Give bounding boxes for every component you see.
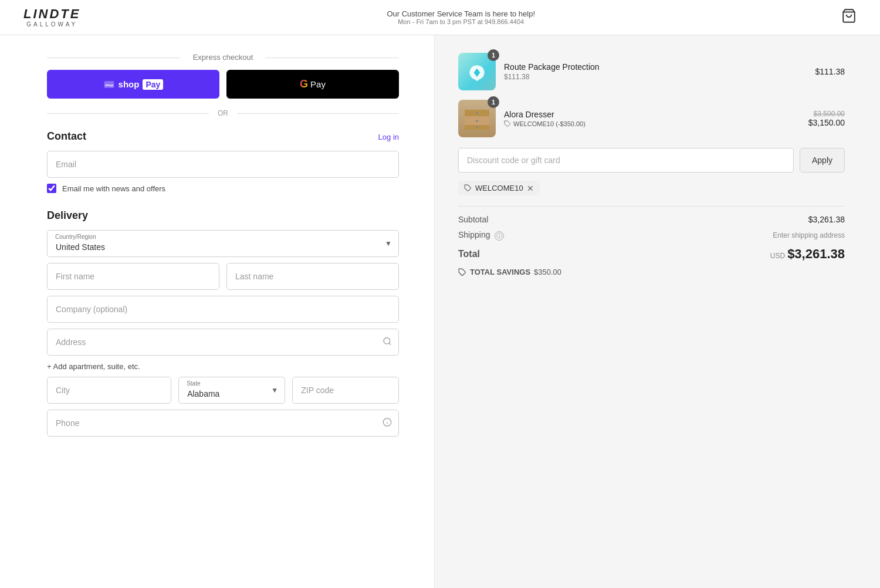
total-label: Total (458, 249, 480, 259)
contact-section-header: Contact Log in (47, 130, 399, 143)
add-apt-link[interactable]: + Add apartment, suite, etc. (47, 362, 140, 371)
country-select[interactable]: United States (47, 230, 399, 257)
email-field[interactable] (47, 151, 399, 178)
shipping-row: Shipping ⓘ Enter shipping address (458, 230, 845, 241)
logo: LINDTE GALLOWAY (23, 8, 80, 28)
discount-tag-icon (504, 120, 511, 127)
log-in-link[interactable]: Log in (378, 133, 399, 141)
name-row (47, 263, 399, 290)
route-item-name: Route Package Protection (504, 62, 807, 72)
svg-point-13 (476, 120, 478, 122)
svg-point-3 (384, 338, 390, 344)
savings-label: TOTAL SAVINGS (470, 268, 530, 276)
first-name-field[interactable] (47, 263, 219, 290)
grand-total-row: Total USD$3,261.38 (458, 246, 845, 262)
delivery-title: Delivery (47, 209, 88, 222)
phone-field[interactable] (47, 410, 399, 437)
phone-help-icon[interactable] (383, 418, 392, 429)
subtotal-value: $3,261.38 (808, 215, 845, 224)
newsletter-label: Email me with news and offers (62, 184, 165, 193)
dresser-item-info: Alora Dresser WELCOME10 (-$350.00) (504, 110, 800, 127)
dresser-item-prices: $3,500.00 $3,150.00 (808, 110, 845, 127)
route-item-image-wrapper: 1 (458, 53, 496, 90)
logo-bottom: GALLOWAY (26, 22, 77, 28)
left-panel: Express checkout shop shop Pay G Pay OR … (0, 35, 434, 588)
state-wrapper: Alabama State ▼ (178, 377, 285, 404)
google-g-icon: G (300, 78, 308, 90)
shop-pay-pay-label: Pay (143, 79, 163, 90)
dresser-discount-code: WELCOME10 (-$350.00) (513, 120, 585, 127)
route-price-final: $111.38 (815, 67, 845, 76)
address-wrapper (47, 329, 399, 356)
service-title: Our Customer Service Team is here to hel… (387, 9, 535, 18)
svg-line-4 (389, 343, 391, 345)
express-buttons: shop shop Pay G Pay (47, 70, 399, 99)
dresser-discount-row: WELCOME10 (-$350.00) (504, 120, 800, 127)
svg-point-14 (476, 126, 478, 129)
right-panel: 1 Route Package Protection $111.38 $111.… (434, 35, 880, 588)
apply-button[interactable]: Apply (800, 148, 845, 173)
shop-pay-button[interactable]: shop shop Pay (47, 70, 219, 99)
address-field[interactable] (47, 329, 399, 356)
main-layout: Express checkout shop shop Pay G Pay OR … (0, 35, 880, 588)
subtotal-label: Subtotal (458, 215, 488, 224)
dresser-item-name: Alora Dresser (504, 110, 800, 119)
header: LINDTE GALLOWAY Our Customer Service Tea… (0, 0, 880, 35)
header-service-info: Our Customer Service Team is here to hel… (387, 9, 535, 25)
discount-row: Apply (458, 148, 845, 173)
svg-text:shop: shop (105, 83, 113, 87)
express-checkout-label: Express checkout (47, 53, 399, 62)
phone-wrapper (47, 410, 399, 437)
newsletter-row: Email me with news and offers (47, 184, 399, 193)
savings-value: $350.00 (534, 268, 561, 276)
route-item-badge: 1 (488, 49, 499, 61)
applied-code-text: WELCOME10 (475, 184, 523, 192)
totals-section: Subtotal $3,261.38 Shipping ⓘ Enter ship… (458, 206, 845, 276)
address-search-icon (383, 337, 392, 348)
contact-title: Contact (47, 130, 86, 143)
svg-point-12 (476, 112, 478, 114)
service-subtitle: Mon - Fri 7am to 3 pm PST at 949.866.440… (387, 18, 535, 25)
newsletter-checkbox[interactable] (47, 184, 56, 193)
city-field[interactable] (47, 377, 171, 404)
total-value: USD$3,261.38 (770, 246, 845, 262)
total-amount: $3,261.38 (787, 246, 845, 261)
route-item-price: $111.38 (815, 67, 845, 76)
dresser-item-badge: 1 (488, 96, 499, 108)
dresser-original-price: $3,500.00 (808, 110, 845, 118)
delivery-section-header: Delivery (47, 209, 399, 222)
tag-icon (464, 184, 472, 192)
google-pay-button[interactable]: G Pay (226, 70, 399, 99)
discount-tag: WELCOME10 ✕ (458, 181, 540, 195)
last-name-field[interactable] (226, 263, 399, 290)
route-item-sub: $111.38 (504, 73, 807, 81)
dresser-item-image-wrapper: 1 (458, 100, 496, 137)
or-divider: OR (47, 109, 399, 117)
shipping-value: Enter shipping address (773, 231, 845, 239)
google-pay-label: Pay (310, 79, 326, 89)
company-field[interactable] (47, 296, 399, 323)
subtotal-row: Subtotal $3,261.38 (458, 215, 845, 224)
usd-label: USD (770, 252, 785, 260)
savings-tag-icon (458, 268, 466, 276)
cart-icon[interactable] (841, 8, 857, 27)
shop-pay-label: shop (119, 79, 140, 89)
logo-top: LINDTE (23, 8, 80, 21)
dresser-final-price: $3,150.00 (808, 118, 845, 127)
shipping-info-icon[interactable]: ⓘ (495, 231, 504, 241)
order-item-route: 1 Route Package Protection $111.38 $111.… (458, 53, 845, 90)
route-item-info: Route Package Protection $111.38 (504, 62, 807, 81)
country-wrapper: Country/Region United States ▼ (47, 230, 399, 257)
tag-remove-button[interactable]: ✕ (527, 184, 534, 192)
delivery-section: Delivery Country/Region United States ▼ (47, 209, 399, 437)
state-select[interactable]: Alabama (178, 377, 285, 404)
city-state-zip-row: Alabama State ▼ (47, 377, 399, 404)
shipping-label: Shipping ⓘ (458, 230, 504, 241)
zip-field[interactable] (292, 377, 399, 404)
savings-row: TOTAL SAVINGS $350.00 (458, 268, 845, 276)
discount-input[interactable] (458, 148, 794, 173)
order-item-dresser: 1 Alora Dresser WELCOME10 (-$350.00) $3,… (458, 100, 845, 137)
